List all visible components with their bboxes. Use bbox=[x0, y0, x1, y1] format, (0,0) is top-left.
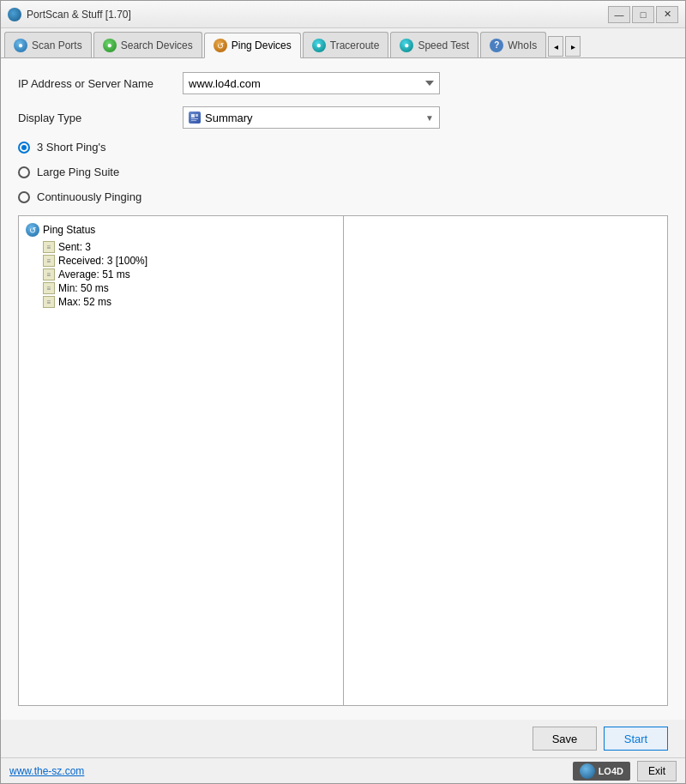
exit-button[interactable]: Exit bbox=[637, 761, 677, 781]
tab-speed-test-label: Speed Test bbox=[418, 39, 469, 51]
tab-ping-devices[interactable]: ↺ Ping Devices bbox=[204, 33, 301, 58]
ping-received: ≡ Received: 3 [100%] bbox=[26, 254, 336, 268]
ip-label: IP Address or Server Name bbox=[18, 77, 172, 90]
main-window: PortScan & Stuff [1.70] — □ ✕ ● Scan Por… bbox=[0, 0, 686, 784]
tab-ping-devices-label: Ping Devices bbox=[232, 39, 292, 51]
ping-min: ≡ Min: 50 ms bbox=[26, 281, 336, 295]
ping-sent-label: Sent: 3 bbox=[58, 241, 91, 253]
tab-scroll-left[interactable]: ◂ bbox=[548, 36, 563, 57]
ip-select[interactable]: www.lo4d.com bbox=[183, 72, 440, 94]
ping-sent: ≡ Sent: 3 bbox=[26, 240, 336, 254]
ping-max-label: Max: 52 ms bbox=[58, 296, 111, 308]
tab-scan-ports-label: Scan Ports bbox=[32, 39, 82, 51]
window-title: PortScan & Stuff [1.70] bbox=[27, 9, 608, 21]
tab-scan-ports[interactable]: ● Scan Ports bbox=[4, 32, 92, 57]
tab-traceroute[interactable]: ● Traceroute bbox=[303, 32, 389, 57]
whois-tab-icon: ? bbox=[490, 39, 503, 52]
doc-icon-sent: ≡ bbox=[43, 241, 55, 253]
svg-rect-2 bbox=[191, 118, 198, 119]
display-type-icon bbox=[189, 112, 201, 124]
ping-average-label: Average: 51 ms bbox=[58, 268, 130, 280]
doc-icon-min: ≡ bbox=[43, 282, 55, 294]
ping-status-icon bbox=[26, 223, 39, 237]
results-right-panel bbox=[344, 216, 668, 705]
ping-status-label: Ping Status bbox=[43, 224, 95, 236]
statusbar: www.the-sz.com LO4D Exit bbox=[1, 757, 685, 783]
tab-scroll-right[interactable]: ▸ bbox=[565, 36, 581, 57]
radio-large-ping-label: Large Ping Suite bbox=[37, 166, 119, 178]
display-type-container: Summary Detailed Graph ▼ bbox=[183, 106, 440, 129]
ip-row: IP Address or Server Name www.lo4d.com bbox=[18, 72, 668, 94]
display-type-label: Display Type bbox=[18, 112, 172, 124]
tabbar: ● Scan Ports ● Search Devices ↺ Ping Dev… bbox=[1, 28, 685, 58]
results-left-panel[interactable]: Ping Status ≡ Sent: 3 ≡ Received: 3 [100… bbox=[19, 216, 344, 705]
doc-icon-received: ≡ bbox=[43, 255, 55, 267]
ping-devices-tab-icon: ↺ bbox=[214, 39, 227, 52]
tab-whois[interactable]: ? WhoIs bbox=[480, 32, 546, 57]
display-type-row: Display Type Summary Detailed Graph ▼ bbox=[18, 106, 668, 129]
ping-max: ≡ Max: 52 ms bbox=[26, 295, 336, 309]
scan-ports-tab-icon: ● bbox=[14, 39, 27, 52]
close-button[interactable]: ✕ bbox=[656, 6, 678, 23]
radio-short-ping-row: 3 Short Ping's bbox=[18, 141, 668, 154]
results-container: Ping Status ≡ Sent: 3 ≡ Received: 3 [100… bbox=[18, 215, 668, 706]
doc-icon-max: ≡ bbox=[43, 296, 55, 308]
titlebar-controls: — □ ✕ bbox=[608, 6, 678, 23]
website-link[interactable]: www.the-sz.com bbox=[9, 765, 84, 777]
maximize-button[interactable]: □ bbox=[632, 6, 654, 23]
app-icon bbox=[8, 8, 21, 21]
tab-search-devices[interactable]: ● Search Devices bbox=[93, 32, 202, 57]
traceroute-tab-icon: ● bbox=[312, 39, 326, 52]
svg-rect-3 bbox=[191, 120, 196, 121]
logo-text: LO4D bbox=[599, 766, 623, 776]
radio-large-ping[interactable] bbox=[18, 166, 30, 178]
minimize-button[interactable]: — bbox=[608, 6, 630, 23]
radio-continuous-ping-label: Continuously Pinging bbox=[37, 190, 141, 203]
app-logo: LO4D bbox=[573, 762, 630, 781]
footer: Save Start bbox=[1, 720, 685, 757]
radio-continuous-ping[interactable] bbox=[18, 191, 30, 203]
svg-rect-0 bbox=[191, 114, 195, 118]
tab-whois-label: WhoIs bbox=[508, 39, 537, 51]
search-devices-tab-icon: ● bbox=[103, 39, 117, 52]
start-button[interactable]: Start bbox=[604, 727, 668, 751]
logo-globe-icon bbox=[580, 763, 595, 779]
tab-traceroute-label: Traceroute bbox=[330, 39, 380, 51]
radio-short-ping[interactable] bbox=[18, 142, 30, 154]
ping-average: ≡ Average: 51 ms bbox=[26, 268, 336, 281]
tab-speed-test[interactable]: ● Speed Test bbox=[390, 32, 478, 57]
titlebar: PortScan & Stuff [1.70] — □ ✕ bbox=[1, 1, 685, 28]
ping-status-root: Ping Status bbox=[26, 223, 336, 237]
ping-received-label: Received: 3 [100%] bbox=[58, 255, 147, 267]
svg-rect-1 bbox=[196, 114, 198, 117]
content-area: IP Address or Server Name www.lo4d.com D… bbox=[1, 58, 685, 720]
tab-search-devices-label: Search Devices bbox=[121, 39, 193, 51]
ping-min-label: Min: 50 ms bbox=[58, 282, 109, 294]
doc-icon-average: ≡ bbox=[43, 268, 55, 280]
speed-test-tab-icon: ● bbox=[400, 39, 413, 52]
radio-short-ping-label: 3 Short Ping's bbox=[37, 141, 106, 154]
display-type-select[interactable]: Summary Detailed Graph bbox=[205, 112, 434, 124]
radio-continuous-ping-row: Continuously Pinging bbox=[18, 190, 668, 203]
save-button[interactable]: Save bbox=[533, 727, 597, 751]
footer-buttons: Save Start bbox=[533, 727, 668, 751]
radio-large-ping-row: Large Ping Suite bbox=[18, 166, 668, 178]
statusbar-right: LO4D Exit bbox=[573, 761, 677, 781]
